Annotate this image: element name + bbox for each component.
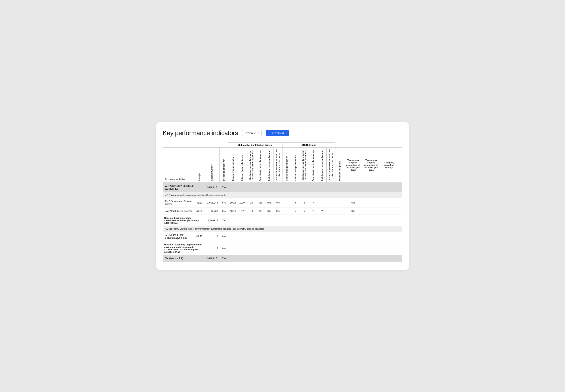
dnsh-cca: Y <box>291 198 300 208</box>
sc-circular: 0% <box>256 198 265 208</box>
dnsh-ccm <box>282 198 291 208</box>
col-taxonomy-2022: Taxonomy-aligned proportion of turnover,… <box>344 148 362 183</box>
dnsh-ccm <box>282 208 291 215</box>
absolute-turnover: 2,605,248 <box>204 198 220 208</box>
proportion: 6% <box>220 198 228 208</box>
table-wrapper: Substantial Contribution Criteria DNSH C… <box>163 142 402 262</box>
col-sc-pollution: Pollution prevention and control <box>265 148 274 183</box>
empty-header-left <box>163 142 228 148</box>
section-proportion: 7% <box>220 183 228 193</box>
col-category-enabling: Category (enabling activity) <box>380 148 398 183</box>
main-card: Key performance indicators Revenue ▼ Dow… <box>156 122 409 270</box>
download-button[interactable]: Download <box>266 130 289 136</box>
section-row: A. TAXONOMY-ELIGIBLE ACTIVITIES 2,640,01… <box>163 183 403 193</box>
sc-bio: 0% <box>274 198 282 208</box>
table-row: Aldi-Markt, Niederweimar 41.20 34,768 0%… <box>163 208 403 215</box>
dnsh-water: Y <box>300 198 309 208</box>
col-sc-circular: Transition to a circular economy <box>256 148 265 183</box>
dnsh-cca <box>291 232 300 241</box>
subtotal-row: Revenue Taxonomy-Eligible but not enviro… <box>163 241 403 255</box>
total-label: Total (A.1 + A.2) <box>163 255 204 262</box>
total-row: Total (A.1 + A.2) 2,640,016 7% <box>163 255 403 262</box>
sc-cca: 100% <box>238 198 247 208</box>
col-absolute-turnover: Absolute turnover <box>204 148 220 183</box>
dnsh-water <box>300 232 309 241</box>
dnsh-group-header: DNSH Criteria <box>282 142 335 148</box>
col-min-safeguards: Minimum safeguards <box>335 148 344 183</box>
sc-circular <box>256 232 265 241</box>
subtotal-proportion: 0% <box>220 241 228 255</box>
page-title: Key performance indicators <box>163 129 238 137</box>
dnsh-water: Y <box>300 208 309 215</box>
col-taxonomy-2021: Taxonomy-aligned proportion of turnover,… <box>362 148 380 183</box>
dnsh-circular <box>309 232 317 241</box>
revenue-label: Revenue <box>245 132 256 135</box>
sc-circular: 0% <box>256 208 265 215</box>
col-dnsh-pollution: Pollution prevention and control <box>317 148 326 183</box>
col-sc-ccm: Climate change mitigation <box>228 148 238 183</box>
code: 41.20 <box>195 198 204 208</box>
sc-water: 0% <box>247 198 256 208</box>
taxonomy-2022: 6% <box>344 198 362 208</box>
dnsh-pollution: Y <box>317 208 326 215</box>
col-dnsh-water: Sustainable use and protection of water … <box>300 148 309 183</box>
absolute-turnover: 34,768 <box>204 208 220 215</box>
sc-cca: 100% <box>238 208 247 215</box>
sc-ccm: 100% <box>228 208 238 215</box>
col-dnsh-ccm: Climate change mitigation <box>282 148 291 183</box>
category-enabling <box>380 232 398 241</box>
dnsh-pollution <box>317 232 326 241</box>
taxonomy-2021 <box>362 232 380 241</box>
total-proportion: 7% <box>220 255 228 262</box>
sc-bio: 0% <box>274 208 282 215</box>
min-safeguards <box>335 198 344 208</box>
sc-ccm: 100% <box>228 198 238 208</box>
absolute-turnover: 0 <box>204 232 220 241</box>
subtotal-turnover: 0 <box>204 241 220 255</box>
dnsh-cca: Y <box>291 208 300 215</box>
dnsh-circular: Y <box>309 198 317 208</box>
taxonomy-2022: 0% <box>344 208 362 215</box>
subsection-label: A.1 Environmentally sustainable activiti… <box>163 192 403 198</box>
dnsh-bio <box>326 208 335 215</box>
min-safeguards <box>335 208 344 215</box>
subtotal-row: Revenue Environmentally sustainable acti… <box>163 215 403 226</box>
taxonomy-2021 <box>362 198 380 208</box>
table-row: FMZ Schweriner Strasse, Wismar 41.20 2,6… <box>163 198 403 208</box>
taxonomy-2021 <box>362 208 380 215</box>
economic-activity: Aldi-Markt, Niederweimar <box>163 208 195 215</box>
empty-header-right <box>335 142 402 148</box>
sc-pollution: 0% <box>265 208 274 215</box>
col-dnsh-cca: Climate change adaptation <box>291 148 300 183</box>
col-dnsh-circular: Transition to a circular economy <box>309 148 317 183</box>
sc-pollution: 0% <box>265 198 274 208</box>
subsection-row: A.2 Taxonomy-Eligible but not environmen… <box>163 226 403 232</box>
sc-cca <box>238 232 247 241</box>
dnsh-pollution: Y <box>317 198 326 208</box>
economic-activity: A2, Neubau Tank-u.Rastanl.Lipperland <box>163 232 195 241</box>
dnsh-ccm <box>282 232 291 241</box>
col-sc-bio: Protection and restoration of bio divers… <box>274 148 282 183</box>
col-proportion: Proportion of turnover <box>220 148 228 183</box>
page-header: Key performance indicators Revenue ▼ Dow… <box>163 129 402 137</box>
category-tr <box>398 208 402 215</box>
code: 41.20 <box>195 208 204 215</box>
economic-activity: FMZ Schweriner Strasse, Wismar <box>163 198 195 208</box>
kpi-table: Substantial Contribution Criteria DNSH C… <box>163 142 402 262</box>
section-turnover: 2,640,016 <box>204 183 220 193</box>
category-tr <box>398 198 402 208</box>
sc-group-header: Substantial Contribution Criteria <box>228 142 282 148</box>
code: 41.20 <box>195 232 204 241</box>
proportion: 0% <box>220 208 228 215</box>
total-turnover: 2,640,016 <box>204 255 220 262</box>
col-dnsh-bio: Protection and restoration of bio divers… <box>326 148 335 183</box>
col-sc-water: Sustainable use and protection of water … <box>247 148 256 183</box>
category-tr <box>398 232 402 241</box>
subtotal-label: Revenue Environmentally sustainable acti… <box>163 215 204 226</box>
revenue-dropdown[interactable]: Revenue ▼ <box>242 130 262 136</box>
sc-water <box>247 232 256 241</box>
subtotal-label: Revenue Taxonomy-Eligible but not enviro… <box>163 241 204 255</box>
category-enabling <box>380 198 398 208</box>
subsection-row: A.1 Environmentally sustainable activiti… <box>163 192 403 198</box>
subtotal-proportion: 7% <box>220 215 228 226</box>
